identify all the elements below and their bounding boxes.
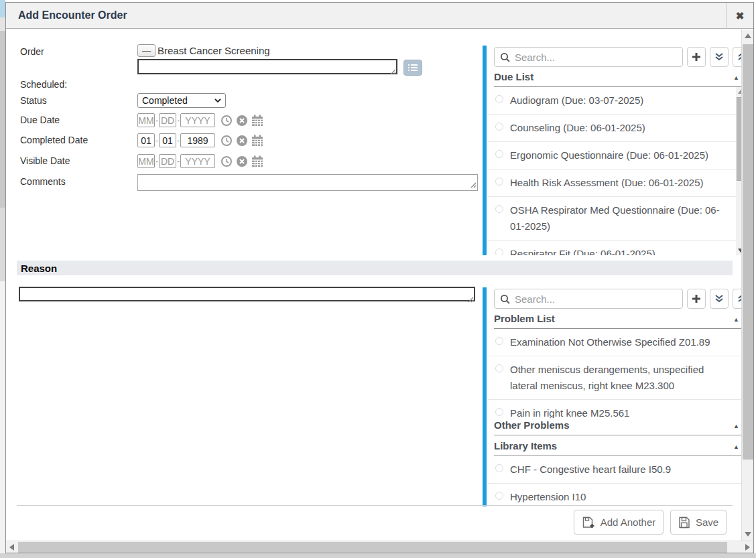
due-date-day-input[interactable]: DD bbox=[159, 113, 176, 127]
date-icon-group bbox=[220, 135, 263, 147]
collapse-arrow-icon[interactable]: ▲ bbox=[733, 316, 739, 323]
due-list-item[interactable]: Ergonomic Questionnaire (Due: 06-01-2025… bbox=[488, 142, 736, 169]
due-list-item[interactable]: Respirator Fit (Due: 06-01-2025) bbox=[488, 240, 736, 255]
add-encounter-order-dialog: Add Encounter Order ✖ Order Scheduled: S… bbox=[5, 2, 754, 553]
save-button[interactable]: Save bbox=[670, 510, 727, 535]
scrollbar-thumb[interactable] bbox=[743, 44, 753, 460]
problem-list-item[interactable]: Other meniscus derangements, unspecified… bbox=[488, 356, 745, 400]
library-list-item[interactable]: CHF - Congestive heart failure I50.9 bbox=[488, 456, 745, 484]
due-search-box bbox=[494, 47, 683, 67]
completed-date-year-input[interactable]: 1989 bbox=[180, 133, 215, 147]
problem-list-panel: Problem List ▲ Examination Not Otherwise… bbox=[483, 287, 745, 506]
dialog-title: Add Encounter Order bbox=[18, 9, 127, 21]
dialog-vertical-scrollbar[interactable] bbox=[741, 29, 753, 541]
add-due-item-button[interactable] bbox=[687, 47, 706, 67]
clear-date-icon[interactable] bbox=[236, 115, 248, 127]
item-radio-icon bbox=[495, 178, 503, 186]
library-items-list: CHF - Congestive heart failure I50.9 Hyp… bbox=[488, 456, 745, 505]
problem-list-item[interactable]: Pain in right knee M25.561 bbox=[488, 400, 745, 418]
completed-date-row: 01 - 01 - 1989 bbox=[137, 133, 263, 147]
due-date-year-input[interactable]: YYYY bbox=[180, 113, 215, 127]
order-search-input[interactable] bbox=[137, 59, 397, 74]
expand-all-button[interactable] bbox=[710, 47, 729, 67]
calendar-icon[interactable] bbox=[251, 115, 263, 127]
visible-date-month-input[interactable]: MM bbox=[137, 154, 155, 168]
due-list-item-label: Ergonomic Questionnaire (Due: 06-01-2025… bbox=[510, 147, 708, 163]
clock-icon[interactable] bbox=[220, 155, 233, 167]
scroll-left-arrow[interactable] bbox=[9, 544, 14, 551]
calendar-icon[interactable] bbox=[251, 155, 263, 167]
reason-input[interactable] bbox=[19, 287, 475, 301]
library-item-label: CHF - Congestive heart failure I50.9 bbox=[510, 462, 671, 478]
scroll-down-arrow[interactable] bbox=[745, 532, 751, 537]
dialog-titlebar: Add Encounter Order ✖ bbox=[6, 3, 753, 29]
clock-icon[interactable] bbox=[220, 115, 233, 127]
scroll-right-arrow[interactable] bbox=[745, 544, 750, 551]
due-search-input[interactable] bbox=[515, 48, 679, 66]
item-radio-icon bbox=[495, 95, 503, 103]
visible-date-day-input[interactable]: DD bbox=[159, 154, 176, 168]
library-item-label: Hypertension I10 bbox=[510, 489, 586, 505]
due-list-item-label: OSHA Respirator Med Questionnaire (Due: … bbox=[510, 202, 721, 234]
library-list-item[interactable]: Hypertension I10 bbox=[488, 484, 745, 505]
item-radio-icon bbox=[495, 464, 503, 472]
order-label: Order bbox=[20, 46, 44, 57]
collapse-arrow-icon[interactable]: ▲ bbox=[733, 423, 739, 429]
date-separator: - bbox=[177, 157, 180, 166]
reason-header-label: Reason bbox=[21, 263, 57, 274]
due-list-item[interactable]: Audiogram (Due: 03-07-2025) bbox=[488, 87, 736, 115]
item-radio-icon bbox=[495, 123, 503, 131]
problem-list-item[interactable]: Examination Not Otherwise Specified Z01.… bbox=[488, 329, 745, 356]
close-button[interactable]: ✖ bbox=[726, 3, 753, 29]
close-icon: ✖ bbox=[736, 10, 745, 22]
status-select[interactable]: Completed bbox=[137, 93, 226, 108]
completed-date-month-input[interactable]: 01 bbox=[137, 133, 155, 147]
dialog-horizontal-scrollbar[interactable] bbox=[6, 541, 753, 553]
remove-order-button[interactable]: — bbox=[137, 44, 155, 57]
order-list-button[interactable] bbox=[403, 60, 422, 76]
clear-date-icon[interactable] bbox=[236, 135, 248, 147]
library-items-header-label: Library Items bbox=[494, 440, 557, 451]
expand-all-button[interactable] bbox=[710, 289, 729, 309]
footer-divider bbox=[17, 505, 733, 506]
search-icon bbox=[500, 52, 511, 63]
screen: Add Encounter Order ✖ Order Scheduled: S… bbox=[0, 0, 756, 558]
double-chevron-down-icon bbox=[714, 294, 724, 303]
panel-accent-bar bbox=[483, 287, 487, 506]
clear-date-icon[interactable] bbox=[236, 155, 248, 167]
add-another-label: Add Another bbox=[601, 516, 656, 528]
collapse-arrow-icon[interactable]: ▲ bbox=[733, 74, 739, 81]
clock-icon[interactable] bbox=[220, 135, 233, 147]
visible-date-year-input[interactable]: YYYY bbox=[180, 154, 215, 168]
scrollbar-thumb[interactable] bbox=[18, 542, 727, 553]
save-plus-icon bbox=[582, 516, 595, 529]
item-radio-icon bbox=[495, 492, 503, 500]
due-list-item[interactable]: Counseling (Due: 06-01-2025) bbox=[488, 115, 736, 142]
calendar-icon[interactable] bbox=[251, 135, 263, 147]
due-list-item[interactable]: Health Risk Assessment (Due: 06-01-2025) bbox=[488, 169, 736, 197]
date-separator: - bbox=[177, 136, 180, 145]
due-list-item-label: Health Risk Assessment (Due: 06-01-2025) bbox=[510, 175, 703, 191]
date-icon-group bbox=[220, 155, 263, 167]
status-label: Status bbox=[20, 95, 47, 106]
due-date-row: MM - DD - YYYY bbox=[137, 113, 263, 127]
completed-date-day-input[interactable]: 01 bbox=[159, 133, 176, 147]
comments-input[interactable] bbox=[137, 174, 478, 191]
date-separator: - bbox=[177, 116, 180, 125]
add-another-button[interactable]: Add Another bbox=[574, 510, 664, 535]
plus-icon bbox=[692, 52, 701, 62]
collapse-arrow-icon[interactable]: ▲ bbox=[733, 443, 739, 450]
item-radio-icon bbox=[495, 150, 503, 158]
date-separator: - bbox=[155, 116, 158, 125]
due-list-item[interactable]: OSHA Respirator Med Questionnaire (Due: … bbox=[488, 197, 736, 240]
problem-search-input[interactable] bbox=[515, 290, 679, 307]
scroll-up-arrow[interactable] bbox=[745, 33, 751, 38]
due-date-month-input[interactable]: MM bbox=[137, 113, 155, 127]
background-segment bbox=[0, 17, 5, 31]
order-tag-label: Breast Cancer Screening bbox=[158, 45, 270, 56]
add-problem-button[interactable] bbox=[687, 289, 706, 309]
problem-list: Examination Not Otherwise Specified Z01.… bbox=[488, 329, 745, 418]
date-separator: - bbox=[155, 157, 158, 166]
item-radio-icon bbox=[495, 364, 503, 372]
status-selected-value: Completed bbox=[142, 95, 188, 106]
